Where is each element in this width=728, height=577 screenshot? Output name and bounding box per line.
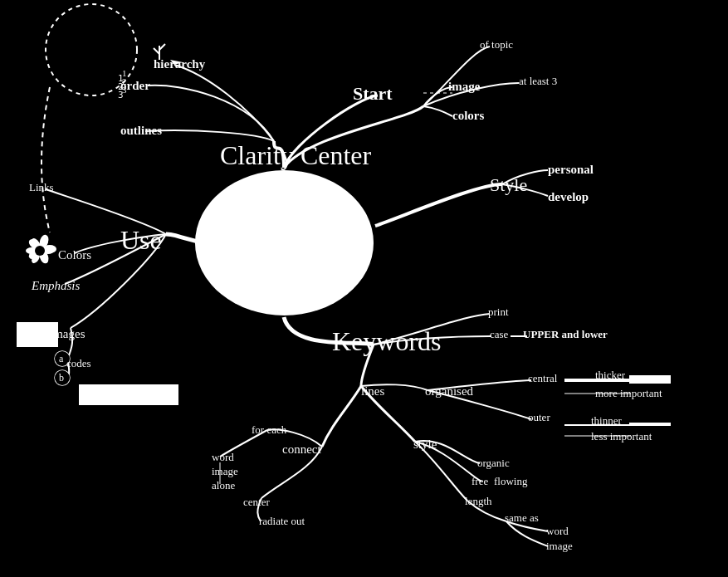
word-b-label: word bbox=[546, 525, 569, 538]
center-b-label: center bbox=[243, 496, 270, 509]
organic-label: organic bbox=[477, 457, 510, 470]
codes-rect bbox=[79, 384, 178, 405]
free-label: free bbox=[471, 475, 488, 488]
flowing-label: flowing bbox=[494, 475, 527, 488]
image-top-label: image bbox=[448, 79, 480, 94]
image-b-label: image bbox=[546, 540, 573, 553]
order-label: order bbox=[120, 78, 150, 93]
style-label: Style bbox=[490, 174, 527, 196]
develop-label: develop bbox=[548, 189, 589, 204]
colors-top-label: colors bbox=[452, 108, 484, 123]
start-label: Start bbox=[353, 83, 393, 105]
outer-label: outer bbox=[528, 411, 550, 424]
thinner-line bbox=[629, 423, 671, 426]
colors-label: Colors bbox=[58, 247, 91, 262]
keywords-label: Keywords bbox=[332, 325, 442, 357]
center-ellipse bbox=[195, 170, 374, 315]
codes-label: codes bbox=[66, 357, 91, 370]
alone-label: alone bbox=[212, 479, 235, 492]
hierarchy-label: hierarchy bbox=[154, 56, 205, 71]
clarity-center-label: Clarity Center bbox=[220, 139, 371, 171]
at-least-label: at least 3 bbox=[519, 75, 557, 88]
outlines-label: outlines bbox=[120, 123, 162, 138]
print-label: print bbox=[488, 306, 509, 319]
length-label: length bbox=[465, 495, 492, 508]
less-important-label: less important bbox=[591, 430, 652, 443]
word-label: word bbox=[212, 451, 234, 464]
style-bottom-label: style bbox=[413, 437, 437, 452]
emphasis-label: Emphasis bbox=[32, 278, 80, 293]
image-left-label: image bbox=[212, 465, 238, 478]
thinner-label: thinner bbox=[591, 414, 622, 428]
central-label: central bbox=[528, 372, 557, 385]
connect-label: connect bbox=[282, 442, 321, 457]
organised-label: organised bbox=[425, 384, 473, 399]
same-as-label: same as bbox=[505, 511, 539, 525]
thicker-label: thicker bbox=[595, 369, 625, 382]
of-topic-label: of topic bbox=[480, 38, 513, 51]
lines-label: lines bbox=[361, 384, 384, 399]
use-label: Use bbox=[120, 224, 162, 256]
for-each-label: for each bbox=[252, 423, 286, 437]
radiate-out-label: radiate out bbox=[259, 515, 305, 528]
links-label: Links bbox=[29, 181, 54, 194]
images-rect bbox=[17, 322, 58, 347]
more-important-label: more important bbox=[595, 387, 662, 400]
upper-lower-label: UPPER and lower bbox=[523, 328, 608, 341]
case-label: case bbox=[490, 328, 508, 341]
thicker-line bbox=[629, 375, 671, 384]
personal-label: personal bbox=[548, 162, 594, 177]
